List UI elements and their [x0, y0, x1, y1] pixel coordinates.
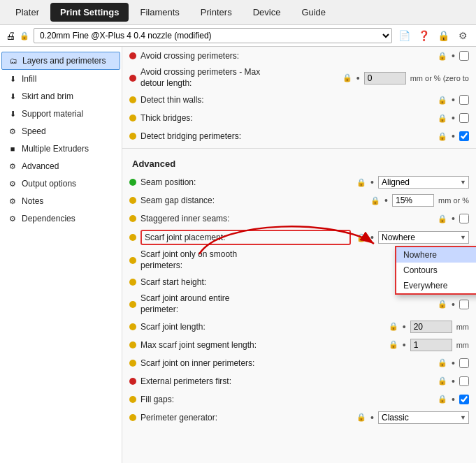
bullet-staggered: • — [452, 213, 455, 224]
unit-seam-gap: mm or % — [438, 196, 469, 205]
bullet-seam-position: • — [370, 177, 374, 188]
dot-scarf-length — [129, 323, 136, 330]
save-profile-icon[interactable]: 📄 — [396, 28, 412, 43]
checkbox-avoid-crossing[interactable] — [459, 51, 469, 61]
checkbox-thin-walls[interactable] — [459, 95, 469, 105]
sidebar-item-label: Speed — [22, 126, 46, 136]
sidebar-item-layers[interactable]: 🗂 Layers and perimeters — [1, 52, 120, 70]
label-scarf-smooth: Scarf joint only on smoothperimeters: — [140, 249, 435, 271]
checkbox-scarf-entire[interactable] — [459, 300, 469, 309]
select-scarf-placement[interactable]: Nowhere Contours Everywhere — [378, 231, 469, 244]
lock-fill-gaps[interactable]: 🔒 — [438, 395, 447, 404]
label-seam-gap: Seam gap distance: — [140, 196, 368, 205]
lock-ext-first[interactable]: 🔒 — [438, 376, 447, 385]
nav-device[interactable]: Device — [243, 3, 291, 22]
dot-scarf-smooth — [129, 257, 136, 264]
label-scarf-height: Scarf start height: — [140, 277, 403, 287]
nav-print-settings[interactable]: Print Settings — [50, 3, 129, 22]
dropdown-item-contours[interactable]: Contours — [396, 263, 476, 278]
input-max-scarf-segment[interactable] — [410, 339, 452, 351]
nav-printers[interactable]: Printers — [191, 3, 242, 22]
sidebar-item-support[interactable]: ⬇ Support material — [1, 105, 120, 122]
checkbox-scarf-inner[interactable] — [459, 358, 469, 368]
sidebar-item-label: Support material — [22, 109, 83, 119]
input-max-detour[interactable] — [364, 72, 406, 84]
sidebar-item-skirt[interactable]: ⬇ Skirt and brim — [1, 88, 120, 105]
lock-thin-walls[interactable]: 🔒 — [438, 96, 447, 105]
lock-max-scarf-segment[interactable]: 🔒 — [389, 340, 398, 349]
lock-scarf-entire[interactable]: 🔒 — [438, 300, 447, 309]
bullet-fill-gaps: • — [452, 394, 455, 405]
lock-scarf-inner[interactable]: 🔒 — [438, 358, 447, 367]
checkbox-ext-first[interactable] — [459, 376, 469, 386]
label-thin-walls: Detect thin walls: — [140, 95, 435, 105]
lock-avoid-crossing[interactable]: 🔒 — [438, 52, 447, 61]
sidebar-item-label: Layers and perimeters — [22, 56, 106, 66]
bullet-perimeter-gen: • — [370, 412, 374, 423]
dot-scarf-height — [129, 279, 136, 286]
sidebar-item-notes[interactable]: ⚙ Notes — [1, 193, 120, 210]
checkbox-thick-bridges[interactable] — [459, 113, 469, 123]
lock-scarf-length[interactable]: 🔒 — [389, 322, 398, 331]
lock-detect-bridging[interactable]: 🔒 — [438, 132, 447, 141]
row-staggered: Staggered inner seams: 🔒 • — [122, 210, 476, 228]
label-staggered: Staggered inner seams: — [140, 214, 435, 223]
checkbox-detect-bridging[interactable] — [459, 131, 469, 141]
label-scarf-entire: Scarf joint around entireperimeter: — [140, 293, 435, 315]
lock-staggered[interactable]: 🔒 — [438, 214, 447, 223]
dot-max-scarf-segment — [129, 341, 136, 348]
dot-thin-walls — [129, 96, 136, 103]
lock-thick-bridges[interactable]: 🔒 — [438, 114, 447, 123]
label-scarf-length: Scarf joint length: — [140, 322, 386, 332]
dot-seam-gap — [129, 197, 136, 204]
lock-seam-position[interactable]: 🔒 — [356, 178, 366, 187]
checkbox-staggered[interactable] — [459, 214, 469, 223]
sidebar-item-extruders[interactable]: ■ Multiple Extruders — [1, 140, 120, 157]
label-seam-position: Seam position: — [140, 177, 354, 187]
row-max-detour: Avoid crossing perimeters - Maxdetour le… — [122, 65, 476, 91]
scarf-dropdown-popup: Nowhere Contours Everywhere — [395, 246, 476, 295]
speed-icon: ⚙ — [7, 126, 18, 137]
input-scarf-length[interactable] — [410, 321, 452, 333]
main-layout: 🗂 Layers and perimeters ⬇ Infill ⬇ Skirt… — [0, 47, 476, 463]
dot-seam-position — [129, 179, 136, 186]
settings-icon[interactable]: ⚙ — [455, 28, 470, 43]
dot-scarf-entire — [129, 301, 136, 308]
sidebar-item-dependencies[interactable]: ⚙ Dependencies — [1, 210, 120, 227]
input-seam-gap[interactable] — [392, 194, 434, 207]
row-fill-gaps: Fill gaps: 🔒 • — [122, 390, 476, 409]
select-wrapper-scarf: Nowhere Contours Everywhere — [378, 231, 469, 244]
lock-seam-gap[interactable]: 🔒 — [370, 196, 380, 205]
sidebar-item-advanced[interactable]: ⚙ Advanced — [1, 158, 120, 175]
label-fill-gaps: Fill gaps: — [140, 395, 435, 404]
unit-scarf-length: mm — [456, 323, 469, 331]
row-scarf-inner: Scarf joint on inner perimeters: 🔒 • — [122, 354, 476, 372]
nav-plater[interactable]: Plater — [6, 3, 49, 22]
sidebar-item-output[interactable]: ⚙ Output options — [1, 175, 120, 192]
sidebar-item-speed[interactable]: ⚙ Speed — [1, 123, 120, 140]
skirt-icon: ⬇ — [7, 91, 18, 102]
dot-perimeter-gen — [129, 414, 136, 421]
sidebar-item-infill[interactable]: ⬇ Infill — [1, 71, 120, 87]
lock-scarf-placement[interactable]: 🔒 — [356, 233, 366, 242]
dropdown-item-everywhere[interactable]: Everywhere — [396, 278, 476, 293]
nav-guide[interactable]: Guide — [291, 3, 336, 22]
select-perimeter-gen[interactable]: Classic Arachne — [378, 411, 469, 424]
lock-perimeter-gen[interactable]: 🔒 — [356, 413, 366, 422]
row-scarf-placement: Scarf joint placement: 🔒 • Nowhere Conto… — [122, 228, 476, 247]
nav-filaments[interactable]: Filaments — [130, 3, 189, 22]
select-seam-position[interactable]: Aligned Random Nearest Rear — [378, 176, 469, 189]
lock2-icon[interactable]: 🔒 — [435, 28, 451, 43]
bullet-max-detour: • — [356, 73, 360, 84]
help-icon[interactable]: ❓ — [416, 28, 431, 43]
deps-icon: ⚙ — [7, 213, 18, 224]
profile-select[interactable]: 0.20mm Fine @X-Plus 4 0.4 nozzle (modifi… — [34, 28, 392, 43]
divider1 — [122, 148, 476, 149]
sidebar-item-label: Skirt and brim — [22, 91, 73, 101]
sidebar-item-label: Infill — [22, 74, 36, 84]
lock-max-detour[interactable]: 🔒 — [342, 73, 352, 82]
sidebar-item-label: Advanced — [22, 161, 59, 171]
dropdown-item-nowhere[interactable]: Nowhere — [396, 247, 476, 263]
unit-max-detour: mm or % (zero to — [410, 74, 469, 82]
checkbox-fill-gaps[interactable] — [459, 395, 469, 404]
